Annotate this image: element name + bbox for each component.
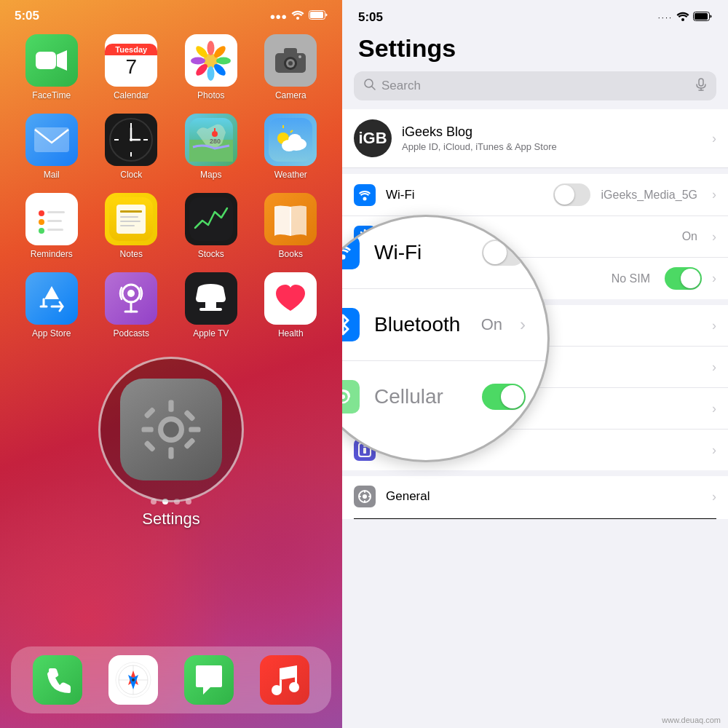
mag-bluetooth-icon	[342, 308, 360, 341]
svg-rect-102	[364, 500, 365, 502]
general-row-icon	[354, 486, 376, 507]
mag-bluetooth-label: Bluetooth	[374, 313, 467, 336]
app-health[interactable]: Health	[258, 272, 325, 339]
svg-rect-82	[295, 677, 297, 687]
svg-point-91	[363, 197, 367, 200]
app-notes[interactable]: Notes	[98, 193, 165, 259]
svg-rect-43	[47, 211, 65, 213]
app-stocks[interactable]: Stocks	[178, 193, 245, 259]
mag-wifi-toggle[interactable]	[482, 240, 526, 266]
general-row[interactable]: General ›	[342, 476, 728, 517]
svg-point-78	[132, 678, 135, 681]
svg-rect-104	[368, 496, 371, 497]
svg-rect-69	[143, 440, 156, 453]
app-health-label: Health	[278, 328, 304, 339]
status-bar-right: 5:05 ····	[342, 0, 728, 28]
svg-rect-63	[168, 400, 173, 412]
wifi-icon-left	[291, 10, 304, 23]
status-bar-left: 5:05 ●●●	[0, 0, 342, 27]
svg-point-105	[342, 255, 346, 260]
app-weather[interactable]: Weather	[258, 114, 325, 180]
svg-rect-45	[47, 220, 62, 222]
svg-point-12	[191, 57, 205, 64]
status-time-left: 5:05	[15, 9, 39, 23]
mic-icon	[696, 78, 706, 94]
app-camera[interactable]: Camera	[258, 34, 325, 100]
general-group: General ›	[342, 476, 728, 519]
cellular-toggle[interactable]	[665, 267, 702, 290]
wifi-label: Wi-Fi	[386, 188, 543, 202]
app-podcasts-label: Podcasts	[114, 328, 149, 339]
dock	[11, 646, 331, 713]
svg-point-46	[39, 228, 44, 234]
mag-cellular-row: Cellular	[342, 361, 547, 432]
account-initials: iGB	[358, 129, 387, 148]
wifi-row-icon	[354, 184, 376, 206]
account-name: iGeeks Blog	[402, 124, 702, 140]
svg-point-33	[212, 131, 218, 137]
signal-icon: ●●●	[269, 11, 287, 22]
app-photos-icon	[185, 34, 237, 87]
account-sub: Apple ID, iCloud, iTunes & App Store	[402, 141, 702, 152]
home-screen: 5:05 ●●●	[0, 0, 342, 728]
signal-dots: ····	[658, 13, 673, 22]
dnd-chevron: ›	[712, 401, 716, 416]
svg-point-18	[288, 61, 293, 66]
app-photos[interactable]: Photos	[178, 34, 245, 100]
app-clock-label: Clock	[120, 170, 142, 180]
svg-text:280: 280	[210, 138, 221, 145]
wifi-toggle[interactable]	[553, 183, 590, 206]
svg-rect-50	[120, 210, 142, 213]
app-reminders[interactable]: Reminders	[18, 193, 85, 259]
svg-point-107	[342, 395, 345, 399]
app-notes-icon	[105, 193, 157, 245]
svg-point-6	[207, 41, 215, 55]
mag-cellular-toggle[interactable]	[482, 384, 526, 410]
dock-messages[interactable]	[184, 655, 234, 705]
settings-icon-big	[120, 379, 222, 480]
app-stocks-icon	[185, 193, 237, 245]
dock-safari[interactable]	[108, 655, 158, 705]
status-icons-right: ····	[658, 12, 712, 24]
dock-phone[interactable]	[33, 655, 82, 705]
notifications-chevron: ›	[712, 318, 716, 333]
app-mail-label: Mail	[44, 170, 60, 180]
app-appletv[interactable]: Apple TV	[178, 272, 245, 339]
svg-rect-64	[168, 447, 173, 459]
app-calendar[interactable]: Tuesday 7 Calendar	[98, 34, 165, 100]
battery-icon-right	[693, 12, 712, 23]
dock-music[interactable]	[260, 655, 309, 705]
account-row[interactable]: iGB iGeeks Blog Apple ID, iCloud, iTunes…	[342, 109, 728, 168]
settings-circle-overlay: Settings	[98, 357, 244, 529]
app-maps[interactable]: 280 Maps	[178, 114, 245, 180]
app-podcasts-icon	[105, 272, 157, 325]
svg-point-44	[39, 219, 44, 225]
app-appletv-icon	[185, 272, 237, 325]
app-notes-label: Notes	[120, 249, 143, 259]
svg-rect-15	[284, 48, 297, 55]
app-appstore[interactable]: App Store	[18, 272, 85, 339]
svg-rect-60	[199, 308, 222, 311]
app-books-icon	[264, 193, 317, 245]
app-mail[interactable]: Mail	[18, 114, 85, 180]
app-facetime[interactable]: FaceTime	[18, 34, 85, 100]
general-underline	[354, 518, 716, 519]
wifi-icon-right	[676, 12, 689, 24]
search-bar[interactable]: Search	[354, 71, 716, 100]
mag-wifi-label: Wi-Fi	[374, 241, 467, 264]
svg-point-41	[288, 134, 301, 146]
svg-line-87	[372, 87, 376, 90]
app-clock[interactable]: Clock	[98, 114, 165, 180]
account-chevron: ›	[712, 131, 716, 146]
wifi-chevron: ›	[712, 187, 716, 202]
app-facetime-label: FaceTime	[32, 90, 71, 100]
bluetooth-value: On	[682, 230, 697, 243]
wifi-row[interactable]: Wi-Fi iGeeks_Media_5G ›	[342, 174, 728, 216]
app-calendar-label: Calendar	[114, 90, 149, 100]
app-podcasts[interactable]: Podcasts	[98, 272, 165, 339]
app-books[interactable]: Books	[258, 193, 325, 259]
app-appstore-label: App Store	[32, 328, 71, 339]
battery-icon-left	[309, 10, 328, 22]
svg-rect-81	[280, 680, 282, 690]
app-calendar-icon: Tuesday 7	[105, 34, 157, 87]
